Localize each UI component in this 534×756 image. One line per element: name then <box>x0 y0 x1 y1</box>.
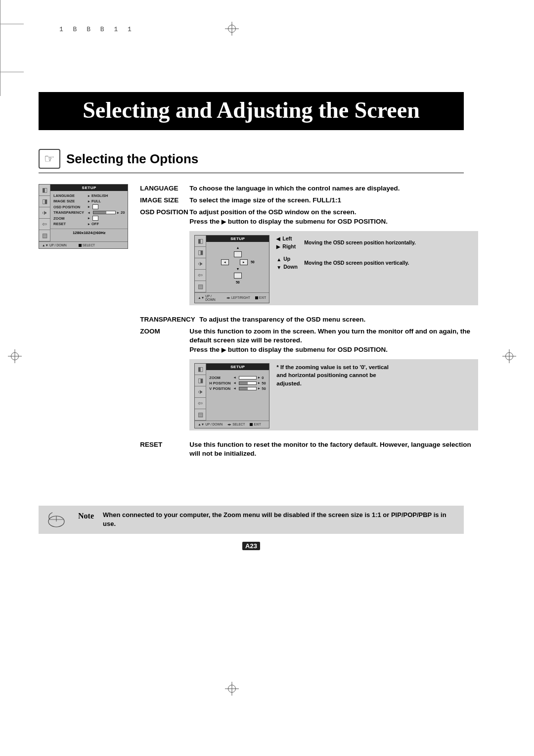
def-key-transparency: TRANSPARENCY <box>140 315 199 324</box>
zoom-panel-note: * If the zooming value is set to '0', ve… <box>276 363 395 388</box>
pos-v-value: 50 <box>236 281 240 284</box>
osd-footer-exit: EXIT <box>259 296 266 299</box>
osd-tab-arrow-icon: ⇦ <box>39 219 50 230</box>
osd-footer-leftright: LEFT/RIGHT <box>231 296 250 299</box>
osd-tab-icon: ◨ <box>195 247 206 258</box>
registration-mark <box>225 682 239 696</box>
osd-item-value: 50 <box>262 381 266 385</box>
crop-mark <box>0 0 0 24</box>
def-val-language: To choose the language in which the cont… <box>189 184 478 193</box>
osd-item-value: ENGLISH <box>91 193 108 198</box>
page-title-banner: Selecting and Adjusting the Screen <box>39 92 464 130</box>
osd-footer-select: SELECT <box>232 423 245 426</box>
dir-label-left: Left <box>282 235 292 243</box>
def-key-reset: RESET <box>140 440 189 458</box>
def-key-zoom: ZOOM <box>140 327 189 354</box>
osd-tab-icon: ◨ <box>39 196 50 207</box>
page-number: A23 <box>242 542 260 550</box>
osd-item-value: 20 <box>121 210 125 215</box>
crop-mark <box>0 48 0 72</box>
osd-item-value: FULL <box>91 199 101 203</box>
osd-item-label: RESET <box>53 222 88 226</box>
osd-item-label: LANGUAGE <box>53 193 88 198</box>
registration-mark <box>502 349 516 363</box>
osd-position-subpanel: ◧ ◨ 🕩 ⇦ ▤ SETUP ▲ ◂ <box>189 231 478 305</box>
osd-tab-icon: ▤ <box>195 409 206 421</box>
osd-tab-speaker-icon: 🕩 <box>39 207 50 219</box>
osd-tab-icon: ▤ <box>195 281 206 292</box>
osd-title: SETUP <box>50 185 128 191</box>
osd-item-label: H POSITION <box>209 381 234 385</box>
crop-mark <box>0 24 24 24</box>
def-val-transparency: To adjust the transparency of the OSD me… <box>199 315 478 324</box>
dir-label-down: Down <box>283 263 298 271</box>
osd-tab-icon: ◧ <box>195 364 206 375</box>
osd-item-value: 0 <box>262 376 264 380</box>
osd-item-value: OFF <box>91 222 99 226</box>
pos-h-value: 50 <box>251 260 255 264</box>
osd-footer-select: SELECT <box>83 243 95 247</box>
osd-footer-exit: EXIT <box>254 423 261 426</box>
osd-tab-icon: ▤ <box>39 230 50 241</box>
right-arrow-icon: ▶ <box>276 243 280 250</box>
pos-left-icon: ◂ <box>221 259 229 265</box>
play-button-icon: ▶ <box>222 346 226 353</box>
osd-item-label: ZOOM <box>209 376 234 380</box>
osd-footer-updown: UP / DOWN <box>49 243 67 247</box>
section-divider <box>39 173 464 173</box>
crop-mark <box>0 24 0 48</box>
dir-label-up: Up <box>283 255 290 263</box>
pos-right-icon: ▸ <box>240 259 248 265</box>
left-arrow-icon: ◀ <box>276 235 280 242</box>
osd-item-value: 50 <box>262 386 266 391</box>
dir-desc-horizontal: Moving the OSD screen position horizonta… <box>304 239 416 247</box>
osd-tab-arrow-icon: ⇦ <box>195 398 206 409</box>
play-button-icon: ▶ <box>222 218 226 225</box>
osd-item-label: V POSITION <box>209 386 234 391</box>
dir-label-right: Right <box>282 243 296 251</box>
def-val-reset: Use this function to reset the monitor t… <box>189 440 478 458</box>
select-icon <box>79 244 82 247</box>
osd-tab-speaker-icon: 🕩 <box>195 258 206 270</box>
crop-mark <box>0 72 24 72</box>
pointing-hand-icon: ☞ <box>39 149 60 169</box>
osd-zoom-subpanel: ◧ ◨ 🕩 ⇦ ▤ SETUP ZOOM◂▸0 H POSITION◂▸50 V <box>189 359 478 430</box>
note-label: Note <box>78 512 94 520</box>
mouse-note-icon <box>45 511 69 528</box>
osd-footer-updown: UP / DOWN <box>205 423 222 426</box>
osd-position-icon <box>92 204 98 209</box>
osd-footer-updown: UP / DOWN <box>205 294 222 301</box>
def-val-osdposition: To adjust position of the OSD window on … <box>189 208 478 226</box>
osd-tab-icon: ◧ <box>195 236 206 247</box>
registration-mark <box>8 349 22 363</box>
def-key-osdposition: OSD POSITION <box>140 208 189 226</box>
osd-setup-screenshot: ◧ ◨ 🕩 ⇦ ▤ SETUP LANGUAGE▸ENGLISH IMAGE S… <box>39 184 128 249</box>
osd-status-resolution: 1280x1024@60Hz <box>50 229 128 236</box>
osd-item-label: TRANSPARENCY <box>53 210 88 215</box>
up-arrow-icon: ▲ <box>276 256 281 263</box>
def-key-imagesize: IMAGE SIZE <box>140 196 189 205</box>
dir-desc-vertical: Moving the OSD screen position verticall… <box>304 259 409 267</box>
osd-tab-icon: ◧ <box>39 185 50 196</box>
footer-note-box: Note When connected to your computer, th… <box>39 506 464 533</box>
crop-mark <box>0 72 0 96</box>
osd-zoom-icon <box>92 216 98 221</box>
def-val-zoom: Use this function to zoom in the screen.… <box>189 327 478 354</box>
note-text: When connected to your computer, the Zoo… <box>103 511 457 528</box>
osd-sub-title: SETUP <box>206 364 269 370</box>
def-val-imagesize: To select the image size of the screen. … <box>189 196 478 205</box>
osd-tab-speaker-icon: 🕩 <box>195 386 206 398</box>
def-key-language: LANGUAGE <box>140 184 189 193</box>
osd-item-label: IMAGE SIZE <box>53 199 88 203</box>
osd-item-label: OSD POSITION <box>53 205 88 209</box>
down-arrow-icon: ▼ <box>276 264 281 271</box>
osd-tab-icon: ◨ <box>195 375 206 386</box>
print-header-meta: 1 B B B 1 1 <box>59 26 504 33</box>
osd-tab-arrow-icon: ⇦ <box>195 270 206 281</box>
osd-sub-title: SETUP <box>206 236 269 242</box>
osd-item-label: ZOOM <box>53 216 88 221</box>
section-title: Selecting the Options <box>66 151 198 167</box>
